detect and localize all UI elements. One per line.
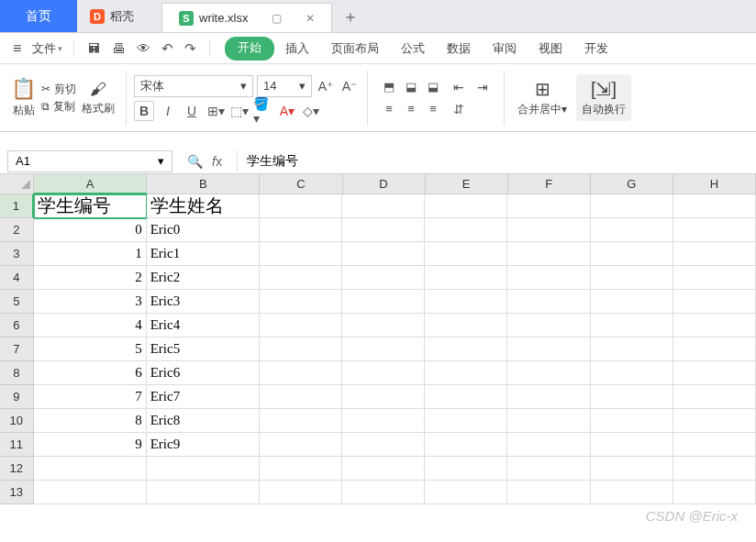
cell[interactable] [260, 361, 342, 385]
cell[interactable]: Eric2 [147, 266, 260, 290]
decrease-font-icon[interactable]: A⁻ [339, 76, 360, 96]
cell[interactable] [673, 242, 756, 266]
row-header[interactable]: 4 [0, 266, 34, 290]
row-header[interactable]: 11 [0, 433, 34, 457]
cell[interactable] [342, 242, 425, 266]
col-header-C[interactable]: C [260, 174, 342, 194]
cell[interactable] [260, 337, 342, 361]
cell[interactable] [147, 481, 260, 504]
cell[interactable] [260, 385, 342, 409]
name-box[interactable]: A1▾ [7, 150, 172, 172]
cell[interactable]: Eric1 [147, 242, 260, 266]
cell[interactable] [425, 266, 507, 290]
cell[interactable] [673, 314, 756, 337]
row-header[interactable]: 12 [0, 457, 34, 481]
cell-style-button[interactable]: ⬚▾ [229, 101, 250, 121]
cell[interactable] [260, 314, 342, 337]
new-tab-button[interactable]: ＋ [332, 0, 369, 32]
tab-docer[interactable]: D 稻壳 [77, 0, 161, 32]
font-color-button[interactable]: A▾ [277, 101, 297, 121]
save-icon[interactable]: 🖬 [87, 40, 101, 57]
cell[interactable]: 4 [34, 314, 147, 337]
cell[interactable] [591, 266, 673, 290]
search-icon[interactable]: 🔍 [187, 154, 203, 169]
cell[interactable]: Eric6 [147, 361, 260, 385]
undo-icon[interactable]: ↶ [161, 40, 173, 57]
cut-button[interactable]: ✂剪切 [41, 82, 76, 97]
cell[interactable] [260, 409, 342, 433]
cell[interactable] [507, 194, 590, 218]
ribbon-tab-view[interactable]: 视图 [528, 37, 573, 61]
cell[interactable] [342, 481, 425, 504]
cell[interactable] [342, 266, 425, 290]
col-header-F[interactable]: F [508, 174, 591, 194]
cell[interactable] [147, 457, 260, 481]
formula-input[interactable]: 学生编号 [237, 150, 756, 172]
cell[interactable] [260, 218, 342, 242]
cell[interactable] [591, 361, 673, 385]
cell[interactable] [425, 218, 507, 242]
cell[interactable]: 9 [34, 433, 147, 457]
increase-font-icon[interactable]: A⁺ [316, 76, 336, 96]
cell[interactable]: 学生姓名 [147, 194, 260, 218]
col-header-H[interactable]: H [673, 174, 756, 194]
cell[interactable] [673, 409, 756, 433]
ribbon-tab-dev[interactable]: 开发 [573, 37, 619, 61]
col-header-E[interactable]: E [426, 174, 508, 194]
cell[interactable] [260, 433, 342, 457]
cell[interactable] [591, 194, 673, 218]
print-preview-icon[interactable]: 👁 [137, 40, 150, 57]
cell[interactable] [342, 337, 425, 361]
row-header[interactable]: 3 [0, 242, 34, 266]
row-header[interactable]: 1 [0, 194, 34, 218]
row-header[interactable]: 6 [0, 314, 34, 337]
cell[interactable]: Eric5 [147, 337, 260, 361]
cell[interactable] [673, 433, 756, 457]
cell[interactable] [591, 314, 673, 337]
ribbon-tab-data[interactable]: 数据 [436, 37, 482, 61]
cell[interactable] [342, 409, 425, 433]
cell[interactable] [673, 218, 756, 242]
merge-center-button[interactable]: ⊞ 合并居中▾ [512, 74, 573, 121]
align-middle-icon[interactable]: ⬓ [401, 77, 421, 97]
ribbon-tab-start[interactable]: 开始 [225, 37, 274, 61]
cell[interactable] [342, 457, 425, 481]
cell[interactable] [673, 361, 756, 385]
cell[interactable]: 1 [34, 242, 147, 266]
paste-button[interactable]: 📋 粘贴 [11, 77, 36, 118]
cell[interactable] [507, 361, 590, 385]
cell[interactable] [507, 433, 590, 457]
cell[interactable] [507, 457, 590, 481]
row-header[interactable]: 2 [0, 218, 34, 242]
cell[interactable] [34, 481, 147, 504]
align-center-icon[interactable]: ≡ [401, 99, 421, 119]
row-header[interactable]: 10 [0, 409, 34, 433]
cell[interactable] [260, 481, 342, 504]
row-header[interactable]: 8 [0, 361, 34, 385]
align-left-icon[interactable]: ≡ [379, 99, 399, 119]
cell[interactable] [591, 457, 673, 481]
font-size-select[interactable]: 14▾ [257, 75, 312, 97]
cell[interactable] [342, 314, 425, 337]
cell[interactable]: 3 [34, 290, 147, 314]
select-all-corner[interactable] [0, 174, 34, 194]
cell[interactable]: Eric7 [147, 385, 260, 409]
wrap-text-button[interactable]: [⇲] 自动换行 [576, 74, 631, 121]
cell[interactable]: Eric4 [147, 314, 260, 337]
cell[interactable] [260, 242, 342, 266]
cell[interactable] [507, 290, 590, 314]
cell[interactable] [507, 409, 590, 433]
cell[interactable] [425, 290, 507, 314]
cell[interactable]: 5 [34, 337, 147, 361]
cell[interactable]: Eric3 [147, 290, 260, 314]
cell[interactable]: 0 [34, 218, 147, 242]
popout-icon[interactable]: ▢ [272, 12, 282, 25]
cell[interactable] [260, 457, 342, 481]
cell[interactable] [342, 194, 425, 218]
cell[interactable]: 8 [34, 409, 147, 433]
cell[interactable] [425, 385, 507, 409]
cell[interactable] [425, 194, 507, 218]
cell[interactable] [591, 481, 673, 504]
row-header[interactable]: 13 [0, 481, 34, 504]
cell[interactable] [342, 218, 425, 242]
